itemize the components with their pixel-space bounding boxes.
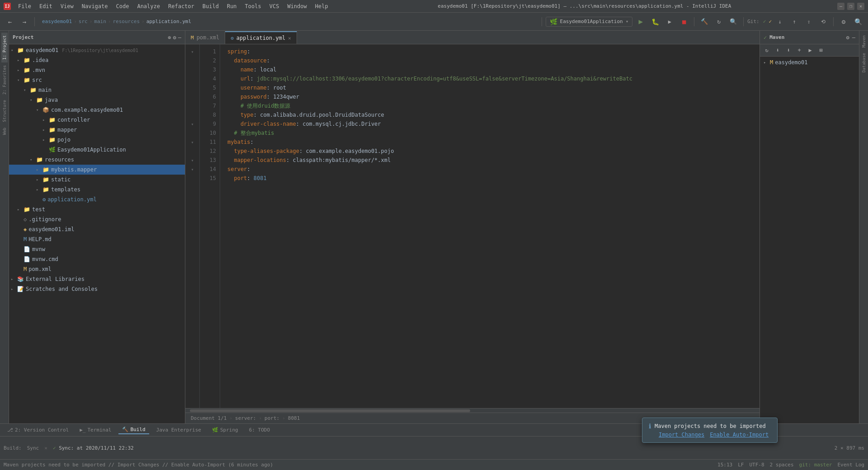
sidebar-item-project[interactable]: 1: Project [1,33,8,62]
search-everywhere-button[interactable]: 🔍 [727,15,740,28]
gear-icon[interactable]: ⚙ [173,34,176,41]
sidebar-item-structure[interactable]: Structure [1,97,8,125]
tree-item-mybatis-mapper[interactable]: ▸ 📁 mybatis.mapper [9,165,185,175]
menu-file[interactable]: File [14,2,35,10]
breadcrumb-resources[interactable]: resources [113,19,140,24]
bottom-tab-java-enterprise[interactable]: Java Enterprise [153,426,205,434]
build-project-button[interactable]: 🔨 [698,15,711,28]
git-branch[interactable]: git: master [799,462,832,468]
menu-edit[interactable]: Edit [36,2,56,10]
tree-item-iml[interactable]: ◈ easydemo01.iml [9,224,185,234]
bottom-tab-todo[interactable]: 6: TODO [245,426,274,434]
maven-download-docs-btn[interactable]: ⬇ [783,45,793,55]
search-button[interactable]: 🔍 [852,15,864,28]
run-coverage-button[interactable]: ▶ [663,15,676,28]
minimize-button[interactable]: — [837,3,844,10]
tab-pomxml[interactable]: M pom.xml [185,31,225,44]
commit-button[interactable]: ↑ [788,15,801,28]
menu-window[interactable]: Window [283,2,310,10]
menu-code[interactable]: Code [113,2,133,10]
enable-auto-import-link[interactable]: Enable Auto-Import [710,432,769,438]
maven-item-easydemo01[interactable]: ▸ M easydemo01 [760,58,859,66]
tree-item-controller[interactable]: ▸ 📁 controller [9,115,185,125]
maximize-button[interactable]: ❐ [847,3,854,10]
maven-expand-btn[interactable]: ⊞ [816,45,826,55]
menu-refactor[interactable]: Refactor [165,2,198,10]
tree-item-java[interactable]: ▾ 📁 java [9,95,185,105]
tree-item-scratches[interactable]: ▸ 📝 Scratches and Consoles [9,284,185,294]
import-changes-link[interactable]: Import Changes [659,432,704,438]
breadcrumb-file[interactable]: application.yml [146,19,191,24]
locate-file-icon[interactable]: ⊕ [168,34,171,41]
menu-build[interactable]: Build [199,2,222,10]
tree-item-mvn[interactable]: ▸ 📁 .mvn [9,65,185,75]
menu-view[interactable]: View [57,2,77,10]
debug-button[interactable]: 🐛 [649,15,661,28]
tree-item-main[interactable]: ▾ 📁 main [9,85,185,95]
breadcrumb-server[interactable]: server: [235,415,256,421]
sidebar-item-favorites[interactable]: 2: Favorites [1,62,8,97]
stop-button[interactable]: ■ [678,15,690,28]
breadcrumb-port[interactable]: port: [264,415,279,421]
indent-type[interactable]: 2 spaces [770,462,794,468]
bottom-tab-spring[interactable]: 🌿 Spring [208,426,242,434]
tab-close-icon[interactable]: ✕ [288,35,291,41]
horizontal-scrollbar[interactable] [185,408,760,413]
tree-item-mvnw[interactable]: 📄 mvnw [9,244,185,254]
event-log[interactable]: Event Log [837,462,864,468]
tree-item-application-yml[interactable]: ⚙ application.yml [9,195,185,204]
settings-button[interactable]: ⚙ [837,15,850,28]
tree-item-mvnwcmd[interactable]: 📄 mvnw.cmd [9,254,185,264]
update-project-button[interactable]: ↓ [774,15,786,28]
sidebar-tab-database[interactable]: Database [861,50,867,75]
encoding[interactable]: UTF-8 [749,462,764,468]
run-button[interactable]: ▶ [634,15,647,28]
maven-download-btn[interactable]: ⬇ [773,45,783,55]
menu-tools[interactable]: Tools [241,2,265,10]
tree-item-test[interactable]: ▸ 📁 test [9,204,185,214]
tree-item-mapper[interactable]: ▸ 📁 mapper [9,125,185,135]
back-button[interactable]: ← [4,15,16,28]
breadcrumb-main[interactable]: main [94,19,106,24]
close-button[interactable]: ✕ [857,3,864,10]
push-button[interactable]: ⇧ [802,15,815,28]
maven-minimize-icon[interactable]: — [852,34,855,41]
tree-item-templates[interactable]: ▸ 📁 templates [9,185,185,195]
forward-button[interactable]: → [18,15,31,28]
tree-item-pomxml[interactable]: M pom.xml [9,264,185,274]
tree-item-root[interactable]: ▾ 📁 easydemo01 F:\1Repository\jt\easydem… [9,45,185,55]
tree-item-helpmd[interactable]: M HELP.md [9,234,185,244]
tree-item-spring-app[interactable]: 🌿 Easydemo01Application [9,145,185,155]
menu-help[interactable]: Help [311,2,332,10]
sync-tab-close[interactable]: ✕ [44,445,47,451]
sidebar-tab-maven[interactable]: Maven [861,33,867,50]
tree-item-static[interactable]: ▸ 📁 static [9,175,185,185]
menu-navigate[interactable]: Navigate [78,2,112,10]
bottom-tab-terminal[interactable]: ▶_ Terminal [76,426,115,434]
editor-content[interactable]: ▾ ▾ ▾ ▾ ▾ 1 2 3 4 [185,44,760,408]
bottom-tab-build[interactable]: 🔨 Build [118,426,149,434]
tree-item-pojo[interactable]: ▸ 📁 pojo [9,135,185,145]
bottom-tab-version-control[interactable]: ⎇ 2: Version Control [4,426,72,434]
fold-14[interactable]: ▾ [185,165,199,174]
sidebar-item-web[interactable]: Web [1,125,8,138]
menu-analyze[interactable]: Analyze [133,2,164,10]
scrollbar-thumb[interactable] [190,409,470,412]
hide-panel-icon[interactable]: — [178,34,181,41]
tree-item-external-libs[interactable]: ▸ 📚 External Libraries [9,274,185,284]
fold-1[interactable]: ▾ [185,47,199,56]
tree-item-src[interactable]: ▾ 📁 src [9,75,185,85]
breadcrumb-src[interactable]: src [79,19,88,24]
tree-item-resources[interactable]: ▾ 📁 resources [9,155,185,165]
cursor-position[interactable]: 15:13 [717,462,732,468]
maven-run-btn[interactable]: ▶ [805,45,815,55]
maven-refresh-btn[interactable]: ↻ [762,45,772,55]
breadcrumb-project[interactable]: easydemo01 [42,19,72,24]
fold-11[interactable]: ▾ [185,138,199,147]
tab-appyml[interactable]: ⚙ application.yml ✕ [225,31,297,44]
sync-button[interactable]: ↻ [712,15,725,28]
menu-run[interactable]: Run [223,2,241,10]
tree-item-package[interactable]: ▾ 📦 com.example.easydemo01 [9,105,185,115]
maven-settings-icon[interactable]: ⚙ [846,34,849,41]
sync-tab[interactable]: Sync [27,445,39,451]
